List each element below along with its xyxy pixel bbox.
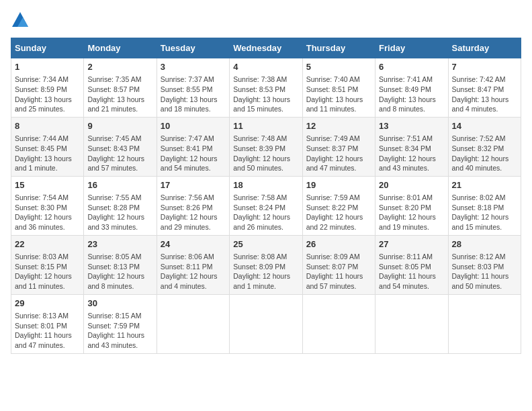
day-number: 27	[379, 238, 444, 250]
day-number: 22	[15, 238, 80, 250]
calendar-cell: 5Sunrise: 7:40 AM Sunset: 8:51 PM Daylig…	[302, 58, 375, 118]
day-content: Sunrise: 7:56 AM Sunset: 8:26 PM Dayligh…	[161, 193, 226, 232]
calendar-cell	[375, 294, 448, 353]
day-number: 10	[161, 120, 226, 132]
week-row-2: 15Sunrise: 7:54 AM Sunset: 8:30 PM Dayli…	[11, 176, 521, 235]
day-number: 12	[306, 120, 371, 132]
calendar-cell: 22Sunrise: 8:03 AM Sunset: 8:15 PM Dayli…	[11, 235, 84, 294]
day-content: Sunrise: 7:45 AM Sunset: 8:43 PM Dayligh…	[87, 134, 152, 173]
day-content: Sunrise: 7:52 AM Sunset: 8:32 PM Dayligh…	[452, 134, 517, 173]
day-number: 6	[379, 61, 444, 73]
day-number: 7	[452, 61, 517, 73]
calendar-cell: 14Sunrise: 7:52 AM Sunset: 8:32 PM Dayli…	[448, 117, 521, 176]
day-content: Sunrise: 7:44 AM Sunset: 8:45 PM Dayligh…	[15, 134, 80, 173]
logo	[11, 11, 32, 30]
day-content: Sunrise: 8:15 AM Sunset: 7:59 PM Dayligh…	[87, 311, 152, 351]
day-content: Sunrise: 7:51 AM Sunset: 8:34 PM Dayligh…	[379, 134, 444, 173]
calendar-cell: 16Sunrise: 7:55 AM Sunset: 8:28 PM Dayli…	[84, 176, 157, 235]
day-number: 24	[161, 238, 226, 250]
day-number: 3	[161, 61, 226, 73]
day-number: 11	[233, 120, 298, 132]
calendar-cell: 11Sunrise: 7:48 AM Sunset: 8:39 PM Dayli…	[230, 117, 302, 176]
day-content: Sunrise: 8:09 AM Sunset: 8:07 PM Dayligh…	[306, 252, 371, 291]
day-content: Sunrise: 8:12 AM Sunset: 8:03 PM Dayligh…	[452, 252, 517, 291]
day-number: 5	[306, 61, 371, 73]
day-content: Sunrise: 8:06 AM Sunset: 8:11 PM Dayligh…	[161, 252, 226, 291]
day-content: Sunrise: 7:42 AM Sunset: 8:47 PM Dayligh…	[452, 75, 517, 114]
week-row-0: 1Sunrise: 7:34 AM Sunset: 8:59 PM Daylig…	[11, 58, 521, 118]
day-content: Sunrise: 8:08 AM Sunset: 8:09 PM Dayligh…	[233, 252, 298, 291]
calendar-cell	[157, 294, 229, 353]
page-header	[11, 11, 521, 30]
day-number: 15	[15, 179, 80, 191]
calendar-cell: 7Sunrise: 7:42 AM Sunset: 8:47 PM Daylig…	[448, 58, 521, 118]
week-row-1: 8Sunrise: 7:44 AM Sunset: 8:45 PM Daylig…	[11, 117, 521, 176]
day-number: 25	[233, 238, 298, 250]
week-row-4: 29Sunrise: 8:13 AM Sunset: 8:01 PM Dayli…	[11, 294, 521, 353]
day-number: 23	[87, 238, 152, 250]
column-header-thursday: Thursday	[302, 38, 375, 58]
calendar-cell: 9Sunrise: 7:45 AM Sunset: 8:43 PM Daylig…	[84, 117, 157, 176]
calendar-cell: 28Sunrise: 8:12 AM Sunset: 8:03 PM Dayli…	[448, 235, 521, 294]
logo-icon	[11, 11, 30, 30]
day-number: 8	[15, 120, 80, 132]
column-header-tuesday: Tuesday	[157, 38, 229, 58]
day-content: Sunrise: 7:55 AM Sunset: 8:28 PM Dayligh…	[87, 193, 152, 232]
calendar-cell: 29Sunrise: 8:13 AM Sunset: 8:01 PM Dayli…	[11, 294, 84, 353]
day-number: 16	[87, 179, 152, 191]
day-number: 2	[87, 61, 152, 73]
day-number: 4	[233, 61, 298, 73]
day-content: Sunrise: 8:02 AM Sunset: 8:18 PM Dayligh…	[452, 193, 517, 232]
day-content: Sunrise: 8:11 AM Sunset: 8:05 PM Dayligh…	[379, 252, 444, 291]
day-number: 14	[452, 120, 517, 132]
day-content: Sunrise: 7:34 AM Sunset: 8:59 PM Dayligh…	[15, 75, 80, 114]
day-content: Sunrise: 8:13 AM Sunset: 8:01 PM Dayligh…	[15, 311, 80, 351]
calendar-cell: 26Sunrise: 8:09 AM Sunset: 8:07 PM Dayli…	[302, 235, 375, 294]
day-content: Sunrise: 8:01 AM Sunset: 8:20 PM Dayligh…	[379, 193, 444, 232]
calendar-cell: 30Sunrise: 8:15 AM Sunset: 7:59 PM Dayli…	[84, 294, 157, 353]
day-number: 26	[306, 238, 371, 250]
day-number: 20	[379, 179, 444, 191]
day-content: Sunrise: 7:47 AM Sunset: 8:41 PM Dayligh…	[161, 134, 226, 173]
column-header-saturday: Saturday	[448, 38, 521, 58]
day-content: Sunrise: 7:35 AM Sunset: 8:57 PM Dayligh…	[87, 75, 152, 114]
day-content: Sunrise: 7:38 AM Sunset: 8:53 PM Dayligh…	[233, 75, 298, 114]
day-content: Sunrise: 7:40 AM Sunset: 8:51 PM Dayligh…	[306, 75, 371, 114]
column-header-friday: Friday	[375, 38, 448, 58]
day-number: 29	[15, 298, 80, 310]
calendar-cell: 10Sunrise: 7:47 AM Sunset: 8:41 PM Dayli…	[157, 117, 229, 176]
calendar-cell: 21Sunrise: 8:02 AM Sunset: 8:18 PM Dayli…	[448, 176, 521, 235]
day-content: Sunrise: 7:59 AM Sunset: 8:22 PM Dayligh…	[306, 193, 371, 232]
calendar-cell: 23Sunrise: 8:05 AM Sunset: 8:13 PM Dayli…	[84, 235, 157, 294]
calendar-table: SundayMondayTuesdayWednesdayThursdayFrid…	[11, 38, 521, 354]
calendar-cell	[448, 294, 521, 353]
calendar-cell: 8Sunrise: 7:44 AM Sunset: 8:45 PM Daylig…	[11, 117, 84, 176]
day-number: 17	[161, 179, 226, 191]
calendar-cell: 12Sunrise: 7:49 AM Sunset: 8:37 PM Dayli…	[302, 117, 375, 176]
day-number: 19	[306, 179, 371, 191]
day-content: Sunrise: 8:05 AM Sunset: 8:13 PM Dayligh…	[87, 252, 152, 291]
day-number: 9	[87, 120, 152, 132]
day-number: 13	[379, 120, 444, 132]
calendar-cell: 15Sunrise: 7:54 AM Sunset: 8:30 PM Dayli…	[11, 176, 84, 235]
calendar-cell: 3Sunrise: 7:37 AM Sunset: 8:55 PM Daylig…	[157, 58, 229, 118]
calendar-cell: 6Sunrise: 7:41 AM Sunset: 8:49 PM Daylig…	[375, 58, 448, 118]
day-content: Sunrise: 7:41 AM Sunset: 8:49 PM Dayligh…	[379, 75, 444, 114]
calendar-cell: 20Sunrise: 8:01 AM Sunset: 8:20 PM Dayli…	[375, 176, 448, 235]
calendar-cell	[230, 294, 302, 353]
week-row-3: 22Sunrise: 8:03 AM Sunset: 8:15 PM Dayli…	[11, 235, 521, 294]
calendar-cell: 4Sunrise: 7:38 AM Sunset: 8:53 PM Daylig…	[230, 58, 302, 118]
day-number: 18	[233, 179, 298, 191]
day-content: Sunrise: 7:58 AM Sunset: 8:24 PM Dayligh…	[233, 193, 298, 232]
calendar-cell: 13Sunrise: 7:51 AM Sunset: 8:34 PM Dayli…	[375, 117, 448, 176]
day-content: Sunrise: 7:48 AM Sunset: 8:39 PM Dayligh…	[233, 134, 298, 173]
calendar-cell: 2Sunrise: 7:35 AM Sunset: 8:57 PM Daylig…	[84, 58, 157, 118]
column-header-sunday: Sunday	[11, 38, 84, 58]
column-header-wednesday: Wednesday	[230, 38, 302, 58]
calendar-cell: 25Sunrise: 8:08 AM Sunset: 8:09 PM Dayli…	[230, 235, 302, 294]
header-row: SundayMondayTuesdayWednesdayThursdayFrid…	[11, 38, 521, 58]
calendar-cell: 19Sunrise: 7:59 AM Sunset: 8:22 PM Dayli…	[302, 176, 375, 235]
calendar-cell: 27Sunrise: 8:11 AM Sunset: 8:05 PM Dayli…	[375, 235, 448, 294]
calendar-cell	[302, 294, 375, 353]
calendar-cell: 18Sunrise: 7:58 AM Sunset: 8:24 PM Dayli…	[230, 176, 302, 235]
